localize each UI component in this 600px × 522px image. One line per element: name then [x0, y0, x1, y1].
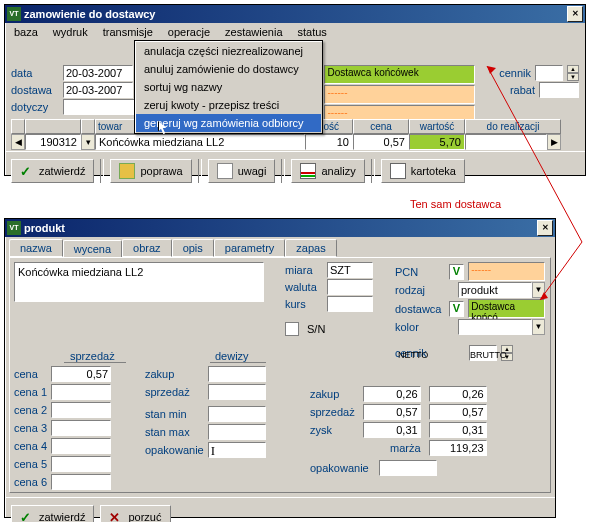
btn-kartoteka[interactable]: kartoteka	[381, 159, 465, 183]
inp-sprzedaz-n[interactable]	[363, 404, 421, 420]
lbl-cena2: cena 2	[14, 404, 47, 416]
lbl-cena5: cena 5	[14, 458, 47, 470]
menu-status[interactable]: status	[291, 24, 334, 40]
cross-icon: ✕	[109, 510, 123, 522]
supplier-2[interactable]: ------	[324, 85, 475, 104]
tab-nazwa[interactable]: nazwa	[9, 239, 63, 257]
lbl-waluta: waluta	[285, 281, 323, 293]
close-button-order[interactable]: ✕	[567, 6, 583, 22]
inp-zakup-n[interactable]	[363, 386, 421, 402]
inp-marza[interactable]	[429, 440, 487, 456]
inp-zysk-n[interactable]	[363, 422, 421, 438]
supplier-1[interactable]: Dostawca końcówek	[324, 65, 475, 84]
row-left[interactable]: ◀	[11, 134, 25, 150]
lbl-cena1: cena 1	[14, 386, 47, 398]
menu-baza[interactable]: baza	[7, 24, 45, 40]
menuitem-sortuj[interactable]: sortuj wg nazwy	[136, 78, 321, 96]
combo-rodzaj[interactable]	[458, 282, 532, 298]
close-button-product[interactable]: ✕	[537, 220, 553, 236]
td-ilosc[interactable]: 10	[305, 134, 353, 150]
th-towar-code	[25, 119, 81, 134]
combo-kolor-arrow[interactable]: ▼	[532, 319, 545, 335]
lbl-opakowanie: opakowanie	[145, 444, 204, 456]
inp-zysk-b[interactable]	[429, 422, 487, 438]
app-icon: VT	[7, 7, 21, 21]
inp-sprzedaz-m[interactable]	[208, 384, 266, 400]
lbl-dostawa: dostawa	[11, 84, 59, 96]
menuitem-anulacja[interactable]: anulacja części niezrealizowanej	[136, 42, 321, 60]
td-name[interactable]: Końcówka miedziana LL2	[95, 134, 305, 150]
input-waluta[interactable]	[327, 279, 373, 295]
titlebar-order: VT zamowienie do dostawcy ✕	[5, 5, 585, 23]
th-real: do realizacji	[465, 119, 561, 134]
th-wartosc: wartość	[409, 119, 465, 134]
inp-cena2[interactable]	[51, 402, 111, 418]
inp-zakup-b[interactable]	[429, 386, 487, 402]
inp-zakup-m[interactable]	[208, 366, 266, 382]
tab-opis[interactable]: opis	[172, 239, 214, 257]
inp-cena4[interactable]	[51, 438, 111, 454]
btn-porzuc[interactable]: ✕ porzuć	[100, 505, 170, 522]
btn-poprawa[interactable]: poprawa	[110, 159, 191, 183]
check-dostawca[interactable]: V	[449, 301, 464, 317]
input-data[interactable]	[63, 65, 133, 81]
td-wartosc: 5,70	[409, 134, 465, 150]
input-rabat[interactable]	[539, 82, 579, 98]
input-cennik[interactable]	[535, 65, 563, 81]
lbl-kurs: kurs	[285, 298, 323, 310]
menuitem-zeruj[interactable]: zeruj kwoty - przepisz treści	[136, 96, 321, 114]
btn-zatwierdz-product[interactable]: ✓ zatwierdź	[11, 505, 94, 522]
titlebar-product: VT produkt ✕	[5, 219, 555, 237]
lbl-miara: miara	[285, 264, 323, 276]
btn-uwagi[interactable]: uwagi	[208, 159, 276, 183]
inp-cena1[interactable]	[51, 384, 111, 400]
check-pcn[interactable]: V	[449, 264, 464, 280]
td-code[interactable]: 190312	[25, 134, 81, 150]
inp-cena3[interactable]	[51, 420, 111, 436]
tab-wycena[interactable]: wycena	[63, 240, 122, 258]
inp-cena[interactable]	[51, 366, 111, 382]
tab-parametry[interactable]: parametry	[214, 239, 286, 257]
val-pcn[interactable]: ------	[468, 262, 545, 281]
dropdown-operacje: anulacja części niezrealizowanej anuluj …	[134, 40, 323, 134]
check-icon: ✓	[20, 164, 34, 178]
btn-zatwierdz-order[interactable]: ✓ zatwierdź	[11, 159, 94, 183]
combo-kolor[interactable]	[458, 319, 532, 335]
td-cena[interactable]: 0,57	[353, 134, 409, 150]
inp-cena5[interactable]	[51, 456, 111, 472]
lbl-sprzedaz-m: sprzedaż	[145, 386, 204, 398]
input-miara[interactable]	[327, 262, 373, 278]
menu-wydruk[interactable]: wydruk	[46, 24, 95, 40]
inp-opakowanie[interactable]	[208, 442, 266, 458]
folder-icon	[119, 163, 135, 179]
input-dostawa[interactable]	[63, 82, 133, 98]
input-kurs[interactable]	[327, 296, 373, 312]
lbl-sn: S/N	[307, 323, 325, 335]
menuitem-generuj[interactable]: generuj wg zamówienia odbiorcy	[136, 114, 321, 132]
lbl-zakup-m: zakup	[145, 368, 204, 380]
inp-sprzedaz-b[interactable]	[429, 404, 487, 420]
row-right[interactable]: ▶	[547, 134, 561, 150]
tab-obraz[interactable]: obraz	[122, 239, 172, 257]
toolbar-product: ✓ zatwierdź ✕ porzuć	[5, 497, 555, 522]
menu-transmisje[interactable]: transmisje	[96, 24, 160, 40]
spin-down-cennik[interactable]: ▼	[567, 73, 579, 81]
annotation-text: Ten sam dostawca	[410, 198, 501, 210]
inp-stanmax[interactable]	[208, 424, 266, 440]
tab-zapas[interactable]: zapas	[285, 239, 336, 257]
td-real[interactable]	[465, 134, 547, 150]
menu-operacje[interactable]: operacje	[161, 24, 217, 40]
spin-up-cennik[interactable]: ▲	[567, 65, 579, 73]
menuitem-anuluj[interactable]: anuluj zamówienie do dostawcy	[136, 60, 321, 78]
inp-opakowanie2[interactable]	[379, 460, 437, 476]
combo-rodzaj-arrow[interactable]: ▼	[532, 282, 545, 298]
inp-cena6[interactable]	[51, 474, 111, 490]
checkbox-sn[interactable]	[285, 322, 299, 336]
btn-analizy[interactable]: analizy	[291, 159, 364, 183]
menubar-order: baza wydruk transmisje operacje zestawie…	[5, 23, 585, 41]
val-dostawca[interactable]: Dostawca końcó	[468, 299, 545, 318]
inp-stanmin[interactable]	[208, 406, 266, 422]
menu-zestawienia[interactable]: zestawienia	[218, 24, 289, 40]
row-pick[interactable]: ▾	[81, 134, 95, 150]
toolbar-order: ✓ zatwierdź poprawa uwagi analizy kartot…	[5, 151, 585, 190]
